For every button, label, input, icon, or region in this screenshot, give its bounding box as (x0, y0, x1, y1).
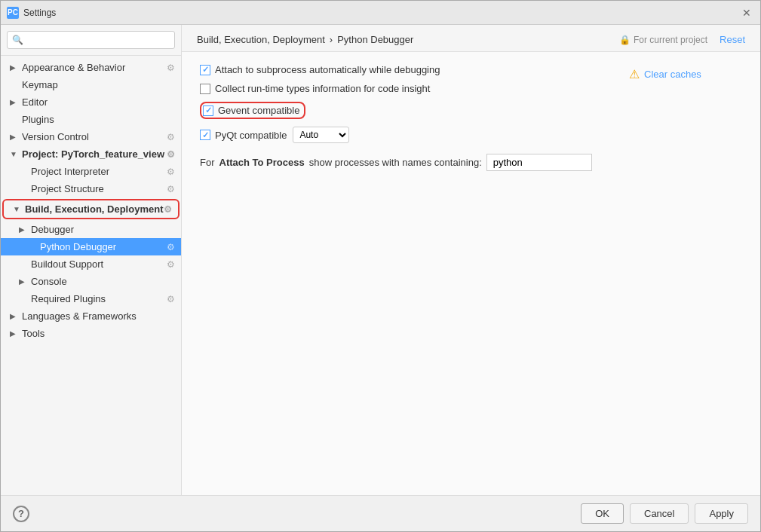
warning-icon: ⚠ (629, 67, 640, 81)
arrow-icon: ▶ (10, 329, 20, 338)
clear-caches-row: ⚠ Clear caches (629, 67, 735, 81)
arrow-placeholder (19, 260, 29, 268)
app-icon: PC (7, 7, 19, 19)
gear-icon: ⚙ (167, 184, 175, 194)
gevent-label: Gevent compatible (218, 105, 299, 116)
sidebar-item-plugins[interactable]: Plugins (1, 111, 181, 128)
gevent-checkbox[interactable] (203, 105, 213, 116)
build-execution-highlight-container: ▼ Build, Execution, Deployment ⚙ (2, 199, 180, 219)
sidebar-item-label: Project Structure (31, 183, 104, 194)
sidebar-item-label: Version Control (22, 131, 89, 142)
nav-tree: ▶ Appearance & Behavior ⚙ Keymap ▶ Edito… (1, 56, 181, 495)
arrow-placeholder (28, 243, 38, 251)
sidebar: ▶ Appearance & Behavior ⚙ Keymap ▶ Edito… (1, 25, 182, 495)
option-pyqt-row: PyQt compatible Auto PyQt4 PyQt5 PySide … (200, 127, 606, 143)
main-header: Build, Execution, Deployment › Python De… (182, 25, 760, 52)
sidebar-item-label: Keymap (22, 79, 58, 90)
arrow-icon: ▼ (13, 205, 23, 213)
ok-button[interactable]: OK (581, 503, 624, 524)
gevent-checkbox-wrapper[interactable]: Gevent compatible (203, 105, 299, 116)
sidebar-item-label: Project Interpreter (31, 166, 109, 177)
sidebar-item-python-debugger[interactable]: Python Debugger ⚙ (1, 238, 181, 255)
sidebar-item-editor[interactable]: ▶ Editor (1, 93, 181, 111)
cancel-button[interactable]: Cancel (630, 503, 689, 524)
sidebar-item-console[interactable]: ▶ Console (1, 273, 181, 290)
sidebar-item-label: Editor (22, 96, 48, 108)
arrow-icon: ▶ (10, 133, 20, 141)
help-button[interactable]: ? (13, 506, 29, 522)
main-body: Attach to subprocess automatically while… (182, 52, 760, 495)
pyqt-checkbox-wrapper[interactable]: PyQt compatible (200, 130, 287, 141)
search-input[interactable] (7, 31, 175, 49)
header-right: 🔒 For current project Reset (619, 34, 745, 45)
lock-icon: 🔒 (619, 35, 631, 45)
footer-buttons: OK Cancel Apply (581, 503, 748, 524)
sidebar-item-project-interpreter[interactable]: Project Interpreter ⚙ (1, 163, 181, 180)
clear-caches-link[interactable]: Clear caches (644, 69, 701, 80)
gear-icon: ⚙ (167, 149, 175, 160)
body-layout: Attach to subprocess automatically while… (200, 64, 742, 171)
for-current-project: 🔒 For current project (619, 35, 707, 45)
sidebar-item-tools[interactable]: ▶ Tools (1, 325, 181, 342)
sidebar-item-label: Build, Execution, Deployment (25, 203, 163, 215)
attach-subprocess-checkbox-wrapper[interactable]: Attach to subprocess automatically while… (200, 64, 440, 75)
sidebar-item-label: Project: PyTorch_feature_view (22, 148, 164, 160)
window-title: Settings (23, 8, 739, 18)
footer: ? OK Cancel Apply (1, 495, 760, 531)
sidebar-item-keymap[interactable]: Keymap (1, 76, 181, 93)
sidebar-item-project-structure[interactable]: Project Structure ⚙ (1, 180, 181, 197)
arrow-icon: ▶ (19, 277, 29, 286)
arrow-placeholder (19, 167, 29, 176)
title-bar: PC Settings ✕ (1, 1, 760, 25)
attach-process-pre: For (200, 157, 215, 168)
arrow-icon: ▶ (10, 98, 20, 106)
breadcrumb-parent: Build, Execution, Deployment (197, 34, 325, 45)
apply-button[interactable]: Apply (695, 503, 748, 524)
sidebar-item-debugger[interactable]: ▶ Debugger (1, 221, 181, 238)
attach-process-post: show processes with names containing: (309, 157, 482, 168)
sidebar-item-label: Plugins (22, 114, 54, 125)
attach-subprocess-label: Attach to subprocess automatically while… (215, 64, 440, 75)
breadcrumb-current: Python Debugger (337, 34, 413, 45)
sidebar-item-build-execution[interactable]: ▼ Build, Execution, Deployment ⚙ (4, 200, 178, 218)
arrow-placeholder (19, 185, 29, 193)
options-col: Attach to subprocess automatically while… (200, 64, 606, 171)
sidebar-item-label: Tools (22, 328, 44, 339)
arrow-icon: ▶ (10, 63, 20, 72)
close-button[interactable]: ✕ (739, 5, 754, 20)
arrow-icon: ▶ (19, 225, 29, 234)
sidebar-item-label: Console (31, 276, 67, 287)
collect-runtime-checkbox[interactable] (200, 84, 210, 94)
option-gevent-row: Gevent compatible (200, 102, 606, 119)
sidebar-item-version-control[interactable]: ▶ Version Control ⚙ (1, 128, 181, 145)
pyqt-label: PyQt compatible (215, 130, 287, 141)
search-box (1, 25, 181, 56)
arrow-placeholder (10, 81, 20, 89)
main-panel: Build, Execution, Deployment › Python De… (182, 25, 760, 495)
gear-icon: ⚙ (167, 294, 175, 304)
arrow-icon: ▼ (10, 150, 20, 158)
arrow-placeholder (10, 115, 20, 124)
sidebar-item-buildout[interactable]: Buildout Support ⚙ (1, 255, 181, 273)
breadcrumb-separator: › (330, 34, 333, 45)
collect-runtime-checkbox-wrapper[interactable]: Collect run-time types information for c… (200, 83, 430, 94)
content-area: ▶ Appearance & Behavior ⚙ Keymap ▶ Edito… (1, 25, 760, 495)
attach-process-row: For Attach To Process show processes wit… (200, 154, 606, 171)
pyqt-select[interactable]: Auto PyQt4 PyQt5 PySide PySide2 (293, 127, 349, 143)
sidebar-item-required-plugins[interactable]: Required Plugins ⚙ (1, 290, 181, 307)
sidebar-item-label: Appearance & Behavior (22, 62, 125, 73)
sidebar-item-label: Buildout Support (31, 258, 103, 270)
arrow-icon: ▶ (10, 312, 20, 320)
sidebar-item-appearance[interactable]: ▶ Appearance & Behavior ⚙ (1, 59, 181, 76)
collect-runtime-label: Collect run-time types information for c… (215, 83, 430, 94)
option-attach-subprocess: Attach to subprocess automatically while… (200, 64, 606, 75)
sidebar-item-project[interactable]: ▼ Project: PyTorch_feature_view ⚙ (1, 145, 181, 163)
pyqt-checkbox[interactable] (200, 130, 210, 140)
gear-icon: ⚙ (164, 204, 172, 215)
gear-icon: ⚙ (167, 167, 175, 177)
reset-button[interactable]: Reset (720, 34, 745, 45)
attach-process-input[interactable] (486, 154, 592, 171)
sidebar-item-languages[interactable]: ▶ Languages & Frameworks (1, 307, 181, 325)
option-collect-runtime: Collect run-time types information for c… (200, 83, 606, 94)
attach-subprocess-checkbox[interactable] (200, 65, 210, 75)
